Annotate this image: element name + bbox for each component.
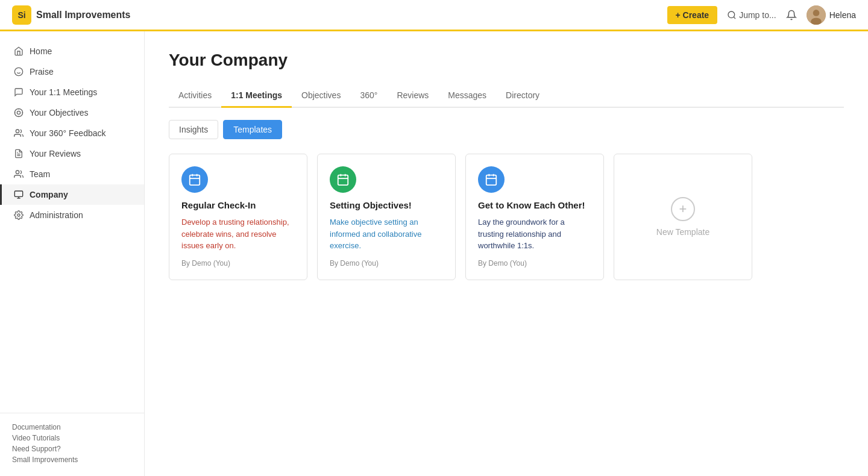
sidebar-item-praise[interactable]: Praise	[0, 61, 144, 82]
cards-grid: Regular Check-In Develop a trusting rela…	[169, 154, 844, 280]
sidebar-footer: Documentation Video Tutorials Need Suppo…	[0, 413, 144, 476]
user-menu[interactable]: Helena	[807, 5, 856, 25]
reviews-icon	[14, 149, 24, 158]
topnav-right: + Create Jump to... Helena	[667, 5, 857, 25]
card-title: Setting Objectives!	[330, 200, 443, 210]
top-tabs: Activities 1:1 Meetings Objectives 360° …	[169, 84, 844, 108]
template-card-get-to-know[interactable]: Get to Know Each Other! Lay the groundwo…	[465, 154, 604, 280]
tab-directory[interactable]: Directory	[496, 84, 549, 108]
card-icon-wrap	[181, 166, 295, 193]
avatar	[807, 5, 826, 25]
svg-point-17	[16, 171, 19, 174]
card-icon	[181, 166, 208, 193]
calendar-icon	[188, 173, 201, 186]
tab-reviews[interactable]: Reviews	[387, 84, 438, 108]
main-inner: Your Company Activities 1:1 Meetings Obj…	[145, 31, 868, 476]
doc-link[interactable]: Documentation	[12, 423, 132, 431]
tab-meetings[interactable]: 1:1 Meetings	[221, 84, 292, 108]
svg-rect-22	[190, 175, 200, 186]
svg-line-1	[734, 17, 735, 19]
team-icon	[14, 169, 24, 179]
svg-point-3	[813, 10, 819, 16]
sidebar-item-home[interactable]: Home	[0, 41, 144, 61]
card-title: Get to Know Each Other!	[478, 200, 591, 210]
home-icon	[14, 46, 24, 56]
objectives-card-icon	[336, 173, 350, 186]
card-icon-wrap	[478, 166, 591, 193]
si-footer-link[interactable]: Small Improvements	[12, 456, 132, 464]
card-author: By Demo (You)	[478, 259, 591, 268]
admin-icon	[14, 210, 24, 220]
template-card-regular-checkin[interactable]: Regular Check-In Develop a trusting rela…	[169, 154, 307, 280]
new-template-label: New Template	[656, 227, 709, 237]
card-description: Make objective setting an informed and c…	[330, 216, 443, 252]
svg-point-5	[14, 67, 22, 75]
subtab-insights[interactable]: Insights	[169, 120, 218, 139]
create-button[interactable]: + Create	[667, 6, 718, 24]
tab-objectives[interactable]: Objectives	[292, 84, 350, 108]
svg-point-21	[17, 214, 20, 216]
card-icon	[478, 166, 505, 193]
sidebar-item-team[interactable]: Team	[0, 164, 144, 184]
svg-rect-26	[338, 175, 348, 186]
svg-point-14	[16, 130, 19, 133]
tab-360[interactable]: 360°	[350, 84, 387, 108]
sub-tabs: Insights Templates	[169, 120, 844, 139]
video-link[interactable]: Video Tutorials	[12, 434, 132, 442]
card-icon	[330, 166, 356, 193]
page-title: Your Company	[169, 51, 844, 70]
card-title: Regular Check-In	[181, 200, 295, 210]
main-layout: Home Praise Your 1:1 Meetings Your Objec…	[0, 31, 868, 476]
svg-point-8	[14, 108, 22, 116]
feedback-icon	[14, 128, 24, 138]
user-name: Helena	[829, 10, 856, 20]
topnav-left: Si Small Improvements	[12, 5, 131, 25]
sidebar-item-company[interactable]: Company	[0, 184, 144, 205]
praise-icon	[14, 67, 24, 77]
svg-rect-30	[486, 175, 497, 186]
sidebar-nav: Home Praise Your 1:1 Meetings Your Objec…	[0, 31, 144, 235]
app-name: Small Improvements	[36, 10, 131, 20]
notifications-button[interactable]	[786, 10, 797, 20]
search-icon	[727, 10, 737, 20]
meetings-icon	[14, 87, 24, 97]
card-author: By Demo (You)	[330, 259, 443, 268]
card-description: Lay the groundwork for a trusting relati…	[478, 216, 591, 252]
tab-activities[interactable]: Activities	[169, 84, 221, 108]
card-author: By Demo (You)	[181, 259, 295, 268]
sidebar: Home Praise Your 1:1 Meetings Your Objec…	[0, 31, 145, 476]
sidebar-item-reviews[interactable]: Your Reviews	[0, 143, 144, 164]
svg-rect-18	[14, 191, 22, 196]
subtab-templates[interactable]: Templates	[223, 120, 282, 139]
know-card-icon	[485, 173, 498, 186]
sidebar-item-feedback[interactable]: Your 360° Feedback	[0, 123, 144, 143]
sidebar-item-meetings[interactable]: Your 1:1 Meetings	[0, 82, 144, 102]
top-navigation: Si Small Improvements + Create Jump to..…	[0, 0, 868, 31]
svg-point-9	[17, 111, 20, 114]
jump-to-button[interactable]: Jump to...	[727, 10, 776, 20]
template-card-setting-objectives[interactable]: Setting Objectives! Make objective setti…	[317, 154, 456, 280]
main-content: Your Company Activities 1:1 Meetings Obj…	[145, 31, 868, 476]
sidebar-item-objectives[interactable]: Your Objectives	[0, 102, 144, 123]
new-template-card[interactable]: + New Template	[614, 154, 752, 280]
svg-point-0	[728, 11, 735, 18]
card-description: Develop a trusting relationship, celebra…	[181, 216, 295, 252]
bell-icon	[786, 10, 797, 20]
sidebar-item-administration[interactable]: Administration	[0, 205, 144, 225]
tab-messages[interactable]: Messages	[438, 84, 496, 108]
objectives-icon	[14, 108, 24, 117]
card-icon-wrap	[330, 166, 443, 193]
new-template-plus-icon: +	[671, 197, 695, 221]
logo-icon: Si	[12, 5, 31, 25]
support-link[interactable]: Need Support?	[12, 445, 132, 453]
company-icon	[14, 190, 24, 199]
